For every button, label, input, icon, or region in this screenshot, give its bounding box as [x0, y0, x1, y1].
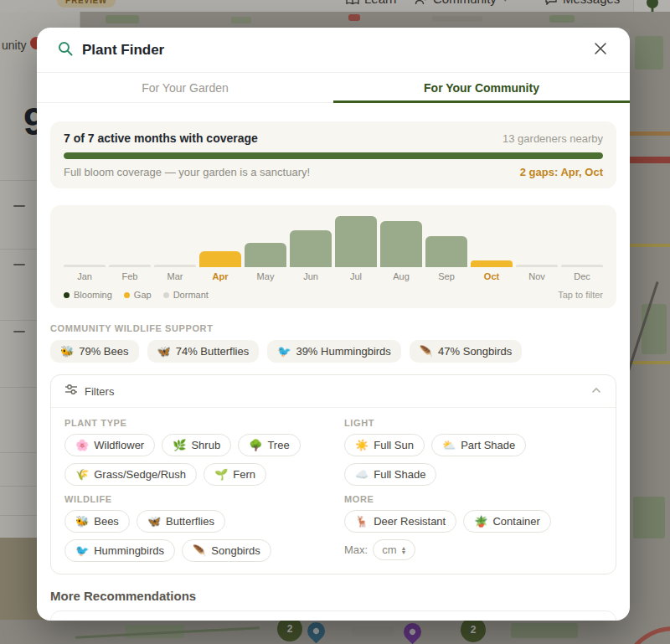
gardeners-nearby-label: 13 gardeners nearby	[502, 132, 603, 145]
chart-bar-blooming[interactable]	[245, 243, 286, 267]
chart-month-jan[interactable]	[64, 214, 106, 267]
chart-month-label: Apr	[199, 271, 241, 281]
filter-chip-grass-sedge-rush[interactable]: 🌾Grass/Sedge/Rush	[64, 463, 197, 486]
filter-group-more: MORE 🦌Deer Resistant 🪴Container Max: cm …	[344, 494, 602, 562]
chart-legend: Blooming Gap Dormant Tap to filter	[64, 290, 603, 300]
chart-bar-blooming[interactable]	[290, 230, 332, 267]
filters-header[interactable]: Filters	[51, 375, 616, 408]
coverage-gaps-label: 2 gaps: Apr, Oct	[520, 166, 603, 178]
gap-dot-icon	[124, 292, 130, 298]
chart-bar-gap[interactable]	[199, 251, 241, 267]
wildlife-support-label: COMMUNITY WILDLIFE SUPPORT	[50, 323, 616, 333]
filter-chip-full-shade[interactable]: ☁️Full Shade	[344, 463, 436, 486]
sun-behind-cloud-icon: ⛅	[442, 440, 456, 451]
modal-header: Plant Finder	[37, 28, 630, 73]
chart-bar-dormant[interactable]	[516, 265, 558, 267]
chart-bar-blooming[interactable]	[380, 221, 422, 267]
filter-chip-container[interactable]: 🪴Container	[463, 510, 551, 533]
more-label: MORE	[344, 494, 602, 504]
chart-month-feb[interactable]	[109, 214, 151, 267]
filter-group-light: LIGHT ☀️Full Sun ⛅Part Shade ☁️Full Shad…	[344, 418, 602, 486]
tab-bar: For Your Garden For Your Community	[37, 73, 630, 103]
close-icon	[593, 41, 608, 59]
max-height-unit-stepper[interactable]: cm ▲▼	[373, 539, 415, 560]
filter-chip-bees[interactable]: 🐝Bees	[64, 510, 130, 533]
max-height-label: Max:	[344, 544, 368, 556]
filter-chip-songbirds[interactable]: 🪶Songbirds	[182, 539, 271, 562]
bee-icon: 🐝	[75, 516, 89, 527]
chart-bar-blooming[interactable]	[425, 236, 467, 267]
wildlife-support-chips: 🐝 79% Bees 🦋 74% Butterflies 🐦 39% Hummi…	[50, 340, 616, 363]
close-button[interactable]	[591, 39, 610, 60]
filter-chip-tree[interactable]: 🌳Tree	[238, 434, 300, 456]
hummingbirds-stat-chip: 🐦 39% Hummingbirds	[267, 340, 401, 363]
bird-icon: 🐦	[75, 545, 89, 556]
bloom-chart	[64, 214, 603, 267]
potted-plant-icon: 🪴	[474, 516, 487, 527]
filter-chip-deer-resistant[interactable]: 🦌Deer Resistant	[344, 510, 456, 533]
coverage-caption: Full bloom coverage — your garden is a s…	[64, 166, 310, 178]
chart-month-mar[interactable]	[154, 214, 196, 267]
recommendation-card[interactable]: Black Cohosh Actaea racemosa 🐝 Bees	[50, 611, 616, 621]
tab-for-your-garden[interactable]: For Your Garden	[37, 73, 333, 102]
chart-bar-dormant[interactable]	[154, 265, 196, 267]
chart-month-label: Sep	[425, 271, 467, 281]
filter-chip-wildflower[interactable]: 🌸Wildflower	[64, 434, 155, 456]
blooming-dot-icon	[64, 292, 70, 298]
deer-icon: 🦌	[355, 516, 368, 527]
butterflies-stat-chip: 🦋 74% Butterflies	[147, 340, 260, 363]
tab-for-your-community[interactable]: For Your Community	[333, 73, 630, 102]
filter-group-wildlife: WILDLIFE 🐝Bees 🦋Butterflies 🐦Hummingbird…	[64, 494, 322, 562]
wildlife-label: WILDLIFE	[64, 494, 322, 504]
chevron-up-icon[interactable]	[590, 384, 602, 399]
chart-bar-dormant[interactable]	[64, 265, 106, 267]
chart-month-apr[interactable]	[199, 214, 241, 267]
chart-month-label: Dec	[561, 271, 603, 281]
search-icon	[57, 40, 74, 60]
legend-item-gap: Gap	[124, 290, 152, 300]
sheaf-icon: 🌾	[75, 469, 89, 480]
chart-month-jun[interactable]	[290, 214, 332, 267]
chart-bar-dormant[interactable]	[109, 265, 151, 267]
chart-month-label: Jan	[64, 271, 106, 281]
filter-chip-part-shade[interactable]: ⛅Part Shade	[431, 434, 526, 456]
bloom-chart-card: JanFebMarAprMayJunJulAugSepOctNovDec Blo…	[50, 205, 616, 308]
chart-month-oct[interactable]	[471, 214, 513, 267]
filter-chip-full-sun[interactable]: ☀️Full Sun	[344, 434, 425, 456]
coverage-progress-fill	[64, 152, 603, 159]
chart-bar-blooming[interactable]	[335, 216, 377, 267]
tap-to-filter-hint: Tap to filter	[558, 290, 603, 300]
bees-stat-chip: 🐝 79% Bees	[50, 340, 139, 363]
chart-month-may[interactable]	[245, 214, 286, 267]
cloud-icon: ☁️	[355, 469, 368, 480]
plant-type-label: PLANT TYPE	[64, 418, 322, 428]
filters-body: PLANT TYPE 🌸Wildflower 🌿Shrub 🌳Tree 🌾Gra…	[51, 408, 616, 574]
chart-month-aug[interactable]	[380, 214, 422, 267]
filter-chip-hummingbirds[interactable]: 🐦Hummingbirds	[64, 539, 175, 562]
chart-month-nov[interactable]	[516, 214, 558, 267]
chart-month-label: Jun	[290, 271, 332, 281]
filter-chip-butterflies[interactable]: 🦋Butterflies	[137, 510, 225, 533]
seedling-icon: 🌱	[214, 469, 228, 480]
bird-icon: 🐦	[277, 346, 291, 357]
stepper-arrows-icon: ▲▼	[401, 546, 407, 554]
bee-icon: 🐝	[60, 346, 74, 357]
plant-finder-modal: Plant Finder For Your Garden For Your Co…	[37, 28, 630, 621]
filter-chip-shrub[interactable]: 🌿Shrub	[162, 434, 231, 456]
chart-bar-gap[interactable]	[471, 260, 513, 267]
filter-chip-fern[interactable]: 🌱Fern	[204, 463, 266, 486]
coverage-progress-track	[64, 152, 603, 159]
chart-month-jul[interactable]	[335, 214, 377, 267]
chart-month-label: Aug	[380, 271, 422, 281]
chart-month-dec[interactable]	[561, 214, 603, 267]
chart-month-label: May	[245, 271, 286, 281]
butterfly-icon: 🦋	[147, 516, 161, 527]
coverage-headline: 7 of 7 active months with coverage	[64, 131, 258, 145]
light-label: LIGHT	[344, 418, 602, 428]
bloom-chart-month-labels: JanFebMarAprMayJunJulAugSepOctNovDec	[64, 271, 603, 281]
chart-month-sep[interactable]	[425, 214, 467, 267]
chart-bar-dormant[interactable]	[561, 265, 603, 267]
dormant-dot-icon	[163, 292, 169, 298]
chart-month-label: Feb	[109, 271, 151, 281]
chart-month-label: Jul	[335, 271, 377, 281]
